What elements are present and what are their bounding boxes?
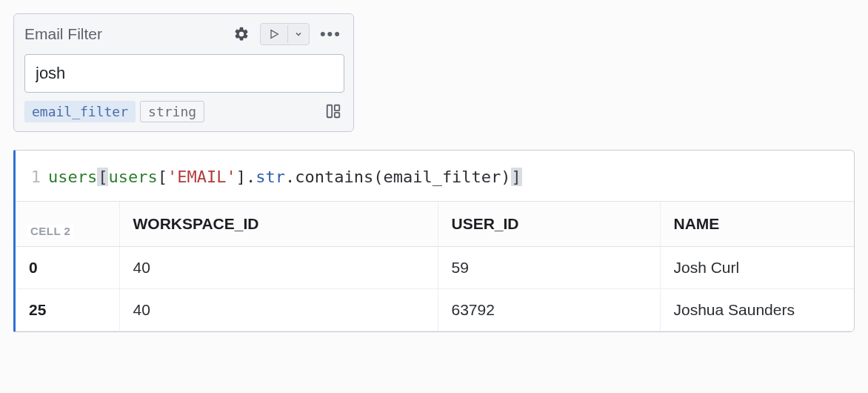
chevron-down-icon xyxy=(294,30,303,39)
column-header[interactable]: NAME xyxy=(660,202,854,247)
variable-name: email_filter xyxy=(24,101,136,122)
card-footer: email_filter string xyxy=(24,100,344,122)
run-button-group xyxy=(260,23,310,45)
token: 'EMAIL' xyxy=(167,168,236,186)
settings-button[interactable] xyxy=(230,23,253,45)
gear-icon xyxy=(233,26,250,42)
token: [ xyxy=(97,168,108,186)
token: . xyxy=(285,168,295,186)
cell: Joshua Saunders xyxy=(660,289,854,331)
email-filter-card: Email Filter ••• xyxy=(13,13,354,132)
card-actions: ••• xyxy=(230,23,344,45)
svg-rect-1 xyxy=(327,105,332,118)
token: ( xyxy=(373,168,383,186)
svg-rect-3 xyxy=(335,113,339,117)
code-content: users[users['EMAIL'].str.contains(email_… xyxy=(48,167,522,188)
code-line: 1 users[users['EMAIL'].str.contains(emai… xyxy=(23,167,847,188)
card-header: Email Filter ••• xyxy=(24,23,344,45)
layout-icon xyxy=(325,103,341,119)
token: ] xyxy=(236,168,246,186)
svg-marker-0 xyxy=(271,30,278,39)
row-index: 0 xyxy=(16,247,119,289)
token: users xyxy=(108,168,157,186)
cell: 40 xyxy=(119,247,438,289)
token: ) xyxy=(501,168,510,186)
cell: 63792 xyxy=(438,289,660,331)
table-row[interactable]: 0 40 59 Josh Curl xyxy=(16,247,854,289)
cell: 40 xyxy=(119,289,438,331)
more-button[interactable]: ••• xyxy=(317,27,344,41)
column-header[interactable]: USER_ID xyxy=(438,202,660,247)
row-index: 25 xyxy=(16,289,119,331)
table-row[interactable]: 25 40 63792 Joshua Saunders xyxy=(16,289,854,331)
run-button[interactable] xyxy=(261,24,287,44)
code-area[interactable]: 1 users[users['EMAIL'].str.contains(emai… xyxy=(16,151,854,201)
token: contains xyxy=(295,168,373,186)
token: . xyxy=(246,168,256,186)
play-icon xyxy=(268,28,280,40)
cell: Josh Curl xyxy=(660,247,854,289)
more-icon: ••• xyxy=(320,30,341,38)
variable-chip[interactable]: email_filter string xyxy=(24,101,204,122)
line-number: 1 xyxy=(23,167,48,188)
svg-rect-2 xyxy=(335,105,339,110)
token: [ xyxy=(158,168,167,186)
token: ] xyxy=(511,168,522,186)
result-table: WORKSPACE_ID USER_ID NAME 0 40 59 Josh C… xyxy=(16,201,854,331)
column-header[interactable]: WORKSPACE_ID xyxy=(119,202,438,247)
token: str xyxy=(256,168,285,186)
cell: 59 xyxy=(438,247,660,289)
token: users xyxy=(48,168,97,186)
index-header[interactable] xyxy=(16,202,119,247)
token: email_filter xyxy=(383,168,501,186)
variable-type: string xyxy=(140,101,204,122)
table-header-row: WORKSPACE_ID USER_ID NAME xyxy=(16,202,854,247)
code-cell[interactable]: 1 users[users['EMAIL'].str.contains(emai… xyxy=(13,150,855,332)
cell-label: CELL 2 xyxy=(27,225,73,237)
run-dropdown-button[interactable] xyxy=(287,25,309,43)
card-title: Email Filter xyxy=(24,25,102,43)
layout-button[interactable] xyxy=(322,100,344,122)
email-filter-input[interactable] xyxy=(24,54,344,93)
